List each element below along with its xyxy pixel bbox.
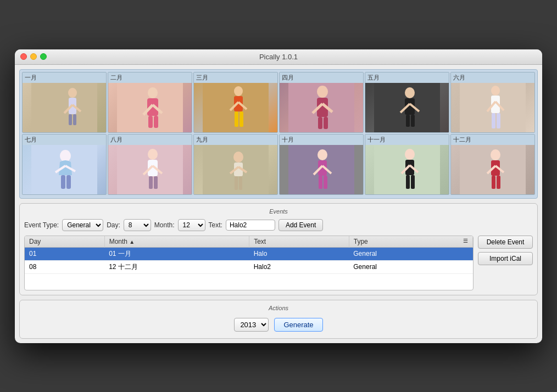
svg-rect-41: [497, 113, 500, 128]
month-cell-1[interactable]: 一月: [22, 72, 107, 133]
month-cell-7[interactable]: 七月: [22, 134, 107, 195]
events-label: Events: [24, 208, 533, 215]
main-content: 一月 二月: [15, 65, 542, 343]
month-cell-5[interactable]: 五月: [365, 72, 449, 133]
row2-text: Halo2: [249, 260, 349, 273]
close-button[interactable]: [20, 53, 27, 60]
events-section: Events Event Type: General Birthday Holi…: [19, 203, 538, 295]
traffic-lights: [20, 53, 47, 60]
col-header-type[interactable]: Type ☰: [349, 236, 472, 248]
col-header-text[interactable]: Text: [249, 236, 349, 248]
maximize-button[interactable]: [40, 53, 47, 60]
svg-rect-46: [61, 175, 65, 189]
table-settings-icon[interactable]: ☰: [463, 238, 468, 244]
svg-point-56: [233, 152, 243, 163]
table-row[interactable]: 08 12 十二月 Halo2 General: [25, 260, 473, 273]
month-thumb-9: [194, 145, 277, 194]
svg-rect-20: [239, 111, 243, 127]
month-label-11: 十一月: [365, 135, 449, 145]
window-title: Pically 1.0.1: [259, 53, 298, 61]
svg-point-43: [60, 150, 71, 162]
svg-rect-0: [31, 83, 97, 132]
svg-point-36: [491, 86, 500, 96]
day-label: Day:: [107, 221, 120, 229]
svg-point-1: [68, 88, 77, 98]
photo-row-1: 一月 二月: [22, 72, 535, 133]
month-thumb-4: [280, 83, 363, 132]
generate-button[interactable]: Generate: [274, 318, 322, 332]
month-thumb-8: [108, 145, 192, 194]
event-type-select[interactable]: General Birthday Holiday: [62, 219, 103, 231]
month-select[interactable]: 12: [178, 219, 205, 231]
month-label-12: 十二月: [451, 135, 534, 145]
col-header-month[interactable]: Month ▲: [104, 236, 249, 248]
month-cell-4[interactable]: 四月: [279, 72, 364, 133]
svg-rect-12: [148, 116, 153, 128]
year-select[interactable]: 2013 2014 2015: [234, 318, 269, 332]
svg-rect-40: [492, 113, 495, 128]
svg-rect-61: [239, 176, 242, 190]
application-window: Pically 1.0.1 一月: [15, 49, 542, 343]
add-event-button[interactable]: Add Event: [278, 219, 323, 231]
delete-event-button[interactable]: Delete Event: [478, 236, 533, 249]
month-cell-2[interactable]: 二月: [108, 72, 192, 133]
svg-rect-33: [406, 115, 410, 127]
row1-type: General: [349, 247, 472, 260]
svg-rect-19: [235, 111, 238, 127]
text-input[interactable]: [226, 220, 275, 231]
month-cell-11[interactable]: 十一月: [365, 134, 449, 195]
titlebar: Pically 1.0.1: [15, 49, 542, 65]
month-cell-12[interactable]: 十二月: [450, 134, 535, 195]
day-select[interactable]: 8: [124, 219, 151, 231]
import-ical-button[interactable]: Import iCal: [478, 252, 533, 265]
photo-grid: 一月 二月: [19, 69, 538, 199]
svg-rect-67: [319, 176, 322, 189]
month-cell-6[interactable]: 六月: [450, 72, 535, 133]
svg-rect-34: [411, 115, 415, 127]
svg-rect-5: [69, 114, 72, 125]
month-cell-8[interactable]: 八月: [108, 134, 192, 195]
events-body: Day Month ▲ Text Type ☰ 01 01 一月 Halo: [24, 236, 533, 290]
sort-arrow-month: ▲: [129, 239, 135, 245]
month-thumb-3: [194, 83, 277, 132]
svg-rect-74: [406, 175, 410, 189]
events-buttons: Delete Event Import iCal: [478, 236, 533, 290]
month-cell-3[interactable]: 三月: [193, 72, 278, 133]
svg-rect-68: [324, 176, 327, 189]
row1-text: Halo: [249, 247, 349, 260]
svg-rect-26: [318, 117, 322, 129]
svg-rect-60: [235, 176, 238, 190]
table-row[interactable]: 01 01 一月 Halo General: [25, 247, 473, 260]
row2-day: 08: [25, 260, 104, 273]
month-thumb-2: [108, 83, 192, 132]
month-thumb-6: [451, 83, 534, 132]
text-label: Text:: [209, 221, 222, 229]
svg-point-22: [317, 86, 328, 98]
month-label-7: 七月: [23, 135, 106, 145]
month-label-5: 五月: [365, 72, 449, 83]
svg-rect-6: [73, 114, 76, 125]
month-thumb-12: [451, 145, 534, 194]
svg-rect-53: [149, 176, 153, 189]
month-thumb-7: [23, 145, 106, 194]
row1-day: 01: [25, 247, 104, 260]
minimize-button[interactable]: [30, 53, 37, 60]
month-label-4: 四月: [280, 72, 363, 83]
row2-month: 12 十二月: [104, 260, 249, 273]
month-label-3: 三月: [194, 72, 277, 83]
month-cell-9[interactable]: 九月: [193, 134, 278, 195]
svg-point-8: [148, 87, 158, 98]
events-table-container: Day Month ▲ Text Type ☰ 01 01 一月 Halo: [24, 236, 474, 290]
events-form: Event Type: General Birthday Holiday Day…: [24, 219, 533, 231]
month-label-9: 九月: [194, 135, 277, 145]
svg-point-77: [491, 149, 500, 160]
month-label-6: 六月: [451, 72, 534, 83]
month-cell-10[interactable]: 十月: [279, 134, 364, 195]
actions-body: 2013 2014 2015 Generate: [24, 316, 533, 334]
svg-rect-75: [411, 175, 415, 189]
svg-rect-47: [66, 175, 71, 189]
col-header-day[interactable]: Day: [25, 236, 104, 248]
month-thumb-1: [23, 83, 106, 132]
svg-point-29: [405, 87, 415, 98]
month-label-1: 一月: [23, 72, 106, 83]
